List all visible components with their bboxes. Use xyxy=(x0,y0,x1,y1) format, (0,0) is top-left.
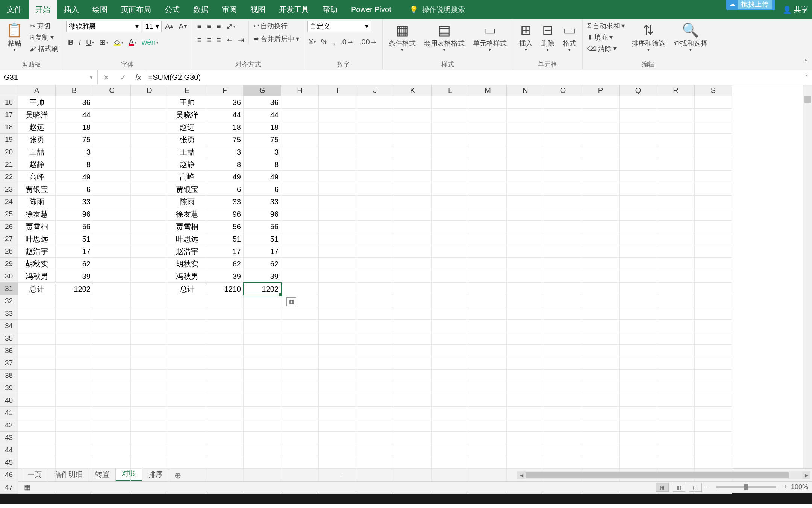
zoom-out-button[interactable]: − xyxy=(706,483,710,491)
cell-Q45[interactable] xyxy=(620,456,657,469)
cell-D43[interactable] xyxy=(131,432,168,444)
cell-O17[interactable] xyxy=(544,109,582,121)
cell-E34[interactable] xyxy=(168,320,206,332)
cell-C32[interactable] xyxy=(93,295,131,307)
cell-P35[interactable] xyxy=(582,332,620,345)
cell-C46[interactable] xyxy=(93,469,131,481)
cell-L16[interactable] xyxy=(432,96,469,109)
cell-G41[interactable] xyxy=(244,407,281,419)
cell-B24[interactable]: 33 xyxy=(56,196,93,208)
menu-insert[interactable]: 插入 xyxy=(57,0,86,19)
cell-S20[interactable] xyxy=(695,146,732,158)
cell-M37[interactable] xyxy=(469,357,507,370)
cell-E27[interactable]: 叶思远 xyxy=(168,233,206,245)
cell-K23[interactable] xyxy=(394,183,432,196)
cell-R28[interactable] xyxy=(657,245,695,258)
cell-S40[interactable] xyxy=(695,394,732,407)
cell-S45[interactable] xyxy=(695,456,732,469)
cell-K36[interactable] xyxy=(394,345,432,357)
menu-review[interactable]: 审阅 xyxy=(215,0,244,19)
merge-center-button[interactable]: ⬌合并后居中▾ xyxy=(252,33,301,44)
cell-A38[interactable] xyxy=(18,370,56,382)
row-header-26[interactable]: 26 xyxy=(0,221,18,233)
cell-E19[interactable]: 张勇 xyxy=(168,134,206,146)
column-header-R[interactable]: R xyxy=(657,85,695,96)
cell-P23[interactable] xyxy=(582,183,620,196)
cell-M20[interactable] xyxy=(469,146,507,158)
decrease-decimal-button[interactable]: .00→ xyxy=(358,37,379,47)
cell-E20[interactable]: 王喆 xyxy=(168,146,206,158)
cell-M38[interactable] xyxy=(469,370,507,382)
cell-O29[interactable] xyxy=(544,258,582,270)
cell-S27[interactable] xyxy=(695,233,732,245)
cell-P40[interactable] xyxy=(582,394,620,407)
cell-B36[interactable] xyxy=(56,345,93,357)
cell-E40[interactable] xyxy=(168,394,206,407)
cell-L19[interactable] xyxy=(432,134,469,146)
cell-C21[interactable] xyxy=(93,158,131,171)
cell-I39[interactable] xyxy=(319,382,356,394)
cell-R20[interactable] xyxy=(657,146,695,158)
cell-G27[interactable]: 51 xyxy=(244,233,281,245)
cell-M27[interactable] xyxy=(469,233,507,245)
cell-R34[interactable] xyxy=(657,320,695,332)
row-header-17[interactable]: 17 xyxy=(0,109,18,121)
cell-I17[interactable] xyxy=(319,109,356,121)
cell-P18[interactable] xyxy=(582,121,620,134)
cell-K26[interactable] xyxy=(394,221,432,233)
orientation-button[interactable]: ⤢▾ xyxy=(224,21,237,32)
cell-D22[interactable] xyxy=(131,171,168,183)
find-select-button[interactable]: 🔍查找和选择▼ xyxy=(671,21,710,53)
cell-G30[interactable]: 39 xyxy=(244,270,281,283)
row-header-40[interactable]: 40 xyxy=(0,394,18,407)
cell-I34[interactable] xyxy=(319,320,356,332)
cell-E33[interactable] xyxy=(168,307,206,320)
cell-S36[interactable] xyxy=(695,345,732,357)
cell-M45[interactable] xyxy=(469,456,507,469)
cell-B40[interactable] xyxy=(56,394,93,407)
cell-D42[interactable] xyxy=(131,419,168,432)
cell-A44[interactable] xyxy=(18,444,56,456)
cell-M40[interactable] xyxy=(469,394,507,407)
cell-C41[interactable] xyxy=(93,407,131,419)
cell-I28[interactable] xyxy=(319,245,356,258)
cell-H35[interactable] xyxy=(281,332,319,345)
format-painter-button[interactable]: 🖌格式刷 xyxy=(28,43,60,54)
cell-P34[interactable] xyxy=(582,320,620,332)
cell-L45[interactable] xyxy=(432,456,469,469)
cell-H17[interactable] xyxy=(281,109,319,121)
cell-F31[interactable]: 1210 xyxy=(206,283,244,295)
cell-D39[interactable] xyxy=(131,382,168,394)
cell-S18[interactable] xyxy=(695,121,732,134)
cell-B25[interactable]: 96 xyxy=(56,208,93,221)
cell-A37[interactable] xyxy=(18,357,56,370)
cell-A27[interactable]: 叶思远 xyxy=(18,233,56,245)
cell-B45[interactable] xyxy=(56,456,93,469)
cell-H38[interactable] xyxy=(281,370,319,382)
cell-J25[interactable] xyxy=(356,208,394,221)
cell-D27[interactable] xyxy=(131,233,168,245)
cell-S19[interactable] xyxy=(695,134,732,146)
cell-H28[interactable] xyxy=(281,245,319,258)
cell-Q16[interactable] xyxy=(620,96,657,109)
column-header-P[interactable]: P xyxy=(582,85,620,96)
cell-F34[interactable] xyxy=(206,320,244,332)
cell-R18[interactable] xyxy=(657,121,695,134)
cell-C39[interactable] xyxy=(93,382,131,394)
increase-decimal-button[interactable]: .0→ xyxy=(338,37,356,47)
cell-Q42[interactable] xyxy=(620,419,657,432)
cell-J29[interactable] xyxy=(356,258,394,270)
cell-G17[interactable]: 44 xyxy=(244,109,281,121)
cell-D36[interactable] xyxy=(131,345,168,357)
cell-I25[interactable] xyxy=(319,208,356,221)
cell-R44[interactable] xyxy=(657,444,695,456)
cell-I42[interactable] xyxy=(319,419,356,432)
cell-R43[interactable] xyxy=(657,432,695,444)
cell-I37[interactable] xyxy=(319,357,356,370)
cell-G43[interactable] xyxy=(244,432,281,444)
cell-M22[interactable] xyxy=(469,171,507,183)
fill-handle[interactable] xyxy=(279,293,282,296)
cell-S28[interactable] xyxy=(695,245,732,258)
cell-A33[interactable] xyxy=(18,307,56,320)
font-size-combo[interactable]: 11▾ xyxy=(143,21,162,32)
